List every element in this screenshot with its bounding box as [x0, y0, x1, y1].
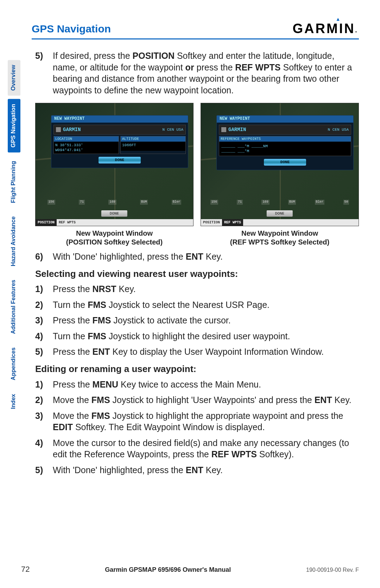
map-marker: 71: [237, 200, 243, 205]
map-marker: Bler: [172, 200, 182, 205]
list-item: 4)Turn the FMS Joystick to highlight the…: [35, 330, 359, 342]
sidebar-item[interactable]: Hazard Avoidance: [8, 211, 20, 271]
sidebar-item[interactable]: Appendices: [8, 342, 20, 385]
softkey-position[interactable]: POSITION: [201, 219, 222, 226]
subheading-editing: Editing or renaming a user waypoint:: [35, 363, 359, 375]
sidebar-item[interactable]: GPS Navigation: [8, 99, 20, 153]
waypoint-flag-icon: [56, 127, 61, 132]
softkey-refwpts[interactable]: REF WPTS: [57, 219, 78, 226]
section-title: GPS Navigation: [32, 23, 111, 35]
list-item: 4)Move the cursor to the desired field(s…: [35, 437, 359, 460]
step-5: 5) If desired, press the POSITION Softke…: [35, 50, 359, 96]
list-item: 1)Press the MENU Key twice to access the…: [35, 379, 359, 390]
map-marker: BUM: [288, 200, 296, 205]
footer-revision: 190-00919-00 Rev. F: [306, 567, 359, 573]
header-rule: [32, 38, 359, 39]
list-item: 5)Press the ENT Key to display the User …: [35, 346, 359, 358]
softkey-refwpts[interactable]: REF WPTS: [222, 219, 243, 226]
list-item: 1)Press the NRST Key.: [35, 283, 359, 295]
list-item: 3)Move the FMS Joystick to highlight the…: [35, 410, 359, 433]
sidebar-item[interactable]: Overview: [8, 60, 20, 95]
list-item: 3)Press the FMS Joystick to activate the…: [35, 315, 359, 326]
screen-done-button[interactable]: DONE: [267, 210, 293, 217]
map-marker: 156: [48, 200, 55, 205]
dialog-title: NEW WAYPOINT: [51, 116, 188, 123]
map-marker: 156: [210, 200, 218, 205]
page-number: 72: [21, 565, 30, 574]
list-item: 5)With 'Done' highlighted, press the ENT…: [35, 464, 359, 476]
subheading-selecting: Selecting and viewing nearest user waypo…: [35, 268, 359, 280]
map-marker: Bler: [315, 200, 325, 205]
sidebar-tabs: OverviewGPS NavigationFlight PlanningHaz…: [8, 60, 20, 414]
sidebar-item[interactable]: Index: [8, 389, 20, 414]
map-marker: 169: [261, 200, 269, 205]
logo-triangle-icon: ▲: [336, 16, 342, 22]
softkey-position[interactable]: POSITION: [36, 219, 57, 226]
dialog-done-button[interactable]: DONE: [264, 159, 306, 165]
step-6: 6) With 'Done' highlighted, press the EN…: [35, 251, 359, 262]
screen-done-button[interactable]: DONE: [101, 210, 127, 217]
footer-title: Garmin GPSMAP 695/696 Owner's Manual: [105, 566, 231, 574]
list-item: 2)Turn the FMS Joystick to select the Ne…: [35, 299, 359, 311]
garmin-logo: GARMIN ▲ .: [293, 21, 359, 36]
sidebar-item[interactable]: Flight Planning: [8, 156, 20, 208]
map-marker: 71: [79, 200, 85, 205]
list-item: 2)Move the FMS Joystick to highlight 'Us…: [35, 394, 359, 406]
map-marker: BUM: [140, 200, 148, 205]
sidebar-item[interactable]: Additional Features: [8, 275, 20, 339]
figure-refwpts: NEW WAYPOINT GARMIN N CEN USA REFERENCE …: [201, 103, 359, 247]
waypoint-flag-icon: [221, 127, 226, 132]
dialog-title: NEW WAYPOINT: [217, 116, 353, 123]
figure-position: NEW WAYPOINT GARMIN N CEN USA LOCATION N: [35, 103, 194, 247]
dialog-done-button[interactable]: DONE: [99, 157, 141, 163]
map-marker: 169: [108, 200, 116, 205]
map-marker: 50: [343, 200, 349, 205]
